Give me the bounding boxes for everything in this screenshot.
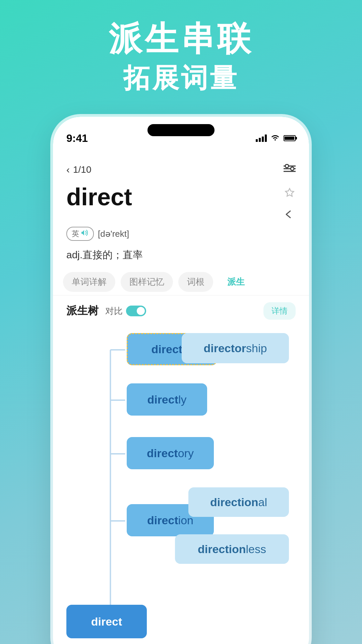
- node-directional[interactable]: directional: [188, 487, 289, 517]
- tab-paisheng[interactable]: 派生: [219, 272, 253, 292]
- status-icons: [256, 134, 296, 143]
- node-directional-suffix: al: [258, 496, 267, 509]
- node-director-base: direct: [152, 343, 183, 356]
- paisheng-title: 派生树: [66, 304, 99, 318]
- signal-icon: [256, 135, 267, 142]
- phone-time: 9:41: [66, 132, 88, 145]
- node-directionless-suffix: less: [246, 543, 266, 556]
- definition: adj.直接的；直率: [53, 246, 309, 269]
- back-button[interactable]: ‹: [66, 164, 70, 175]
- hero-section: 派生串联 拓展词量: [0, 20, 362, 97]
- paisheng-left: 派生树 对比: [66, 304, 146, 318]
- header-icons: [284, 187, 296, 222]
- node-directorship-suffix: ship: [246, 342, 267, 355]
- phonetic-row: 英 [də'rekt]: [53, 222, 309, 246]
- node-directorship-base: director: [204, 342, 246, 355]
- node-directory-suffix: ory: [178, 447, 194, 460]
- node-root[interactable]: direct: [66, 605, 147, 638]
- dynamic-island: [147, 124, 215, 136]
- lang-label: 英: [72, 229, 79, 239]
- node-directionless-base: direction: [198, 543, 246, 556]
- node-directory-base: direct: [147, 447, 178, 460]
- svg-point-4: [291, 167, 294, 170]
- phone-notch: 9:41: [53, 117, 309, 154]
- node-directionless[interactable]: directionless: [175, 534, 289, 564]
- word-header: direct: [53, 181, 309, 222]
- contrast-toggle[interactable]: [126, 306, 146, 316]
- tree-lines: [53, 323, 309, 644]
- phonetic-text: [də'rekt]: [98, 229, 129, 239]
- nav-bar: ‹ 1/10: [53, 154, 309, 181]
- node-directory[interactable]: directory: [127, 437, 214, 469]
- tab-image[interactable]: 图样记忆: [121, 272, 173, 292]
- paisheng-header: 派生树 对比 详情: [53, 296, 309, 323]
- phone-screen: ‹ 1/10 direct: [53, 154, 309, 644]
- node-directly-suffix: ly: [178, 393, 187, 406]
- node-direction-base: direct: [147, 514, 178, 527]
- battery-icon: [284, 135, 296, 141]
- lang-badge[interactable]: 英: [66, 227, 94, 241]
- nav-left: ‹ 1/10: [66, 164, 92, 175]
- star-icon[interactable]: [284, 187, 296, 203]
- node-directional-base: direction: [210, 496, 258, 509]
- hero-line1: 派生串联: [0, 20, 362, 57]
- detail-button[interactable]: 详情: [263, 302, 296, 320]
- node-root-label: direct: [91, 615, 122, 628]
- word-title: direct: [66, 185, 132, 209]
- contrast-label: 对比: [105, 305, 123, 317]
- arrow-back-icon[interactable]: [284, 208, 296, 222]
- filter-icon[interactable]: [284, 163, 296, 176]
- phone-frame: 9:41 ‹ 1/10: [50, 114, 312, 644]
- wifi-icon: [271, 134, 280, 143]
- tab-detail[interactable]: 单词详解: [63, 272, 115, 292]
- svg-point-3: [285, 164, 289, 168]
- node-directly[interactable]: directly: [127, 383, 207, 416]
- word-tree: director directorship directly directory…: [53, 323, 309, 644]
- tabs-row: 单词详解 图样记忆 词根 派生: [53, 269, 309, 296]
- page-indicator: 1/10: [73, 164, 92, 175]
- hero-line2: 拓展词量: [0, 60, 362, 97]
- contrast-row: 对比: [105, 305, 146, 317]
- node-directorship[interactable]: directorship: [182, 333, 289, 363]
- node-directly-base: direct: [147, 393, 178, 406]
- tab-root[interactable]: 词根: [178, 272, 213, 292]
- sound-icon[interactable]: [81, 229, 88, 238]
